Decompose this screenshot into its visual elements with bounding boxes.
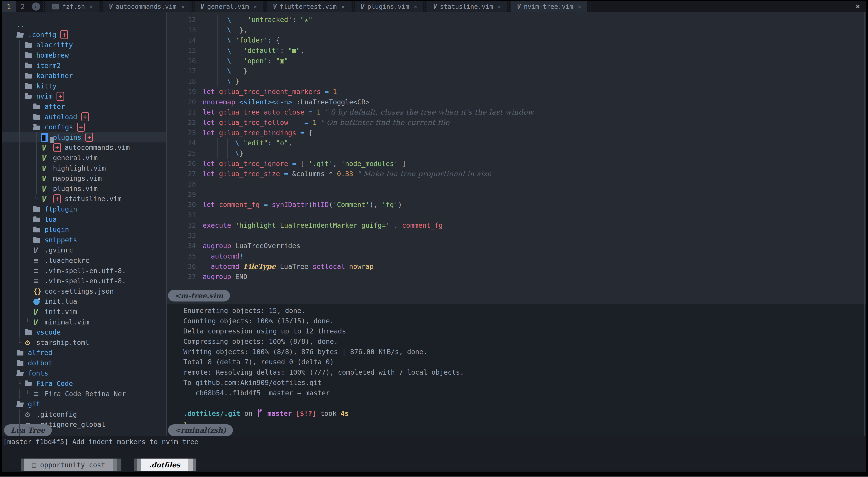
sidebar-item-init.lua[interactable]: init.lua: [2, 296, 166, 307]
close-all-icon[interactable]: ✖: [849, 1, 866, 12]
sidebar-item-configs[interactable]: configs+: [2, 122, 166, 132]
sidebar-item-statusline.vim[interactable]: +statusline.vim: [2, 194, 166, 204]
sidebar-item-highlight.vim[interactable]: highlight.vim: [2, 163, 166, 173]
code-line[interactable]: 16 \ 'open': "▣": [167, 56, 866, 66]
sidebar-item-.vim-spell-en.utf-8.[interactable]: .vim-spell-en.utf-8.: [2, 266, 166, 276]
sidebar-item-plugin[interactable]: plugin: [2, 225, 166, 235]
code-token: [215, 118, 219, 127]
code-line[interactable]: 21let g:lua_tree_auto_close = 1 " 0 by d…: [167, 107, 866, 117]
sidebar-item-mappings.vim[interactable]: mappings.vim: [2, 173, 166, 183]
code-line[interactable]: 31: [167, 210, 866, 220]
code-line[interactable]: 33: [167, 230, 866, 241]
sidebar-item-.gvimrc[interactable]: .gvimrc: [2, 245, 166, 255]
code-line[interactable]: 36 autocmd FileType LuaTree setlocal now…: [167, 262, 866, 272]
tab-nvim-tree.vim[interactable]: nvim-tree.vim×: [511, 1, 587, 12]
nav-back-icon[interactable]: [30, 1, 42, 12]
sidebar-item-.config[interactable]: .config+: [2, 30, 166, 40]
tmux-segment: [113, 458, 117, 471]
code-line[interactable]: 35 autocmd!: [167, 251, 866, 262]
code-line[interactable]: 27let g:lua_tree_size = &columns * 0.33 …: [167, 169, 866, 179]
tab-close-icon[interactable]: ×: [253, 3, 257, 10]
sidebar-item-..[interactable]: ..: [2, 19, 166, 30]
tree-indent-guide: [36, 132, 37, 194]
code-line[interactable]: 20nnoremap <silent><c-n> :LuaTreeToggle<…: [167, 97, 866, 107]
file-tree-sidebar[interactable]: ...config+alacrittyhomebrewiterm2karabin…: [2, 12, 167, 436]
sidebar-item-dotbot[interactable]: dotbot: [2, 358, 166, 368]
sidebar-item-label: general.vim: [53, 154, 98, 162]
sidebar-item-autocommands.vim[interactable]: +autocommands.vim: [2, 142, 166, 153]
code-text: augroup LuaTreeOverrides: [203, 241, 300, 251]
sidebar-item-plugins.vim[interactable]: plugins.vim: [2, 183, 166, 194]
tab-close-icon[interactable]: ×: [89, 3, 93, 10]
tab-label: fzf.sh: [62, 3, 85, 10]
code-line[interactable]: 37augroup END: [167, 272, 866, 282]
code-line[interactable]: 29: [167, 190, 866, 200]
code-line[interactable]: 18 \ }: [167, 76, 866, 87]
terminal-prompt-line: .dotfiles/.git on master [$!?] took 4s: [183, 408, 866, 419]
sidebar-item-general.vim[interactable]: general.vim: [2, 153, 166, 163]
tab-fzf.sh[interactable]: fzf.sh×: [46, 1, 99, 12]
sidebar-item-homebrew[interactable]: homebrew: [2, 50, 166, 61]
sidebar-item-ftplugin[interactable]: ftplugin: [2, 204, 166, 214]
code-line[interactable]: 12 \ 'untracked': "★": [167, 14, 866, 25]
tab-close-icon[interactable]: ×: [181, 3, 184, 10]
tab-fluttertest.vim[interactable]: fluttertest.vim×: [267, 1, 351, 12]
editor-pane[interactable]: 12 \ 'untracked': "★"13 \ },14 \ 'folder…: [167, 12, 866, 304]
code-line[interactable]: 30let comment_fg = synIDattr(hlID('Comme…: [167, 200, 866, 210]
code-token: 'folder': [235, 36, 268, 44]
code-line[interactable]: 13 \ },: [167, 25, 866, 35]
vim-file-icon: [41, 163, 51, 173]
sidebar-item-karabiner[interactable]: karabiner: [2, 71, 166, 81]
sidebar-item-lua[interactable]: lua: [2, 214, 166, 225]
tab-close-icon[interactable]: ×: [414, 3, 417, 10]
tab-statusline.vim[interactable]: statusline.vim×: [427, 1, 507, 12]
tab-close-icon[interactable]: ×: [578, 3, 581, 10]
folder-open-icon: [16, 368, 26, 378]
code-line[interactable]: 19let g:lua_tree_indent_markers = 1: [167, 87, 866, 97]
code-line[interactable]: 24 \ "edit": "o",: [167, 138, 866, 148]
sidebar-item-iterm2[interactable]: iterm2: [2, 60, 166, 71]
tmux-window-dotfiles[interactable]: .dotfiles: [141, 458, 188, 471]
sidebar-item-alacritty[interactable]: alacritty: [2, 40, 166, 50]
buffer-number-1[interactable]: 1: [2, 1, 16, 12]
tab-general.vim[interactable]: general.vim×: [194, 1, 263, 12]
code-line[interactable]: 22let g:lua_tree_follow = 1 " On bufEnte…: [167, 117, 866, 128]
terminal-pane[interactable]: Enumerating objects: 15, done.Counting o…: [167, 304, 866, 436]
sidebar-item-fonts[interactable]: fonts: [2, 368, 166, 378]
buffer-number-2[interactable]: 2: [16, 1, 30, 12]
code-line[interactable]: 28: [167, 179, 866, 190]
sidebar-item-git[interactable]: git: [2, 399, 166, 409]
code-line[interactable]: 34augroup LuaTreeOverrides: [167, 241, 866, 251]
sidebar-item-kitty[interactable]: kitty: [2, 81, 166, 91]
code-line[interactable]: 32execute 'highlight LuaTreeIndentMarker…: [167, 220, 866, 231]
tab-close-icon[interactable]: ×: [341, 3, 345, 10]
tmux-window-opportunity-cost[interactable]: □ opportunity_cost: [24, 458, 113, 471]
sidebar-item-snippets[interactable]: snippets: [2, 235, 166, 245]
sidebar-item-vscode[interactable]: vscode: [2, 327, 166, 338]
git-plus-badge: +: [53, 143, 61, 152]
sidebar-item-after[interactable]: after: [2, 101, 166, 112]
code-line[interactable]: 14 \ 'folder': {: [167, 35, 866, 45]
sidebar-item-autoload[interactable]: autoload+: [2, 112, 166, 122]
sidebar-item-fira-code[interactable]: Fira Code: [2, 378, 166, 389]
code-text: nnoremap <silent><c-n> :LuaTreeToggle<CR…: [203, 97, 370, 107]
code-line[interactable]: 25 \}: [167, 148, 866, 159]
code-token: \: [227, 16, 231, 24]
sidebar-item-init.vim[interactable]: init.vim: [2, 307, 166, 317]
tab-plugins.vim[interactable]: plugins.vim×: [355, 1, 423, 12]
sidebar-item-.gitconfig[interactable]: .gitconfig: [2, 409, 166, 420]
code-line[interactable]: 17 \ }: [167, 66, 866, 76]
line-number: 37: [167, 272, 203, 282]
tab-close-icon[interactable]: ×: [497, 3, 501, 10]
sidebar-item-.vim-spell-en.utf-8.[interactable]: .vim-spell-en.utf-8.: [2, 276, 166, 286]
sidebar-item-plugins[interactable]: plugins+: [2, 132, 166, 143]
sidebar-item-alfred[interactable]: alfred: [2, 348, 166, 358]
sidebar-item-nvim[interactable]: nvim+: [2, 91, 166, 101]
sidebar-item-coc-settings.json[interactable]: coc-settings.json: [2, 286, 166, 296]
sidebar-item-.luacheckrc[interactable]: .luacheckrc: [2, 255, 166, 266]
code-line[interactable]: 15 \ 'default': "■",: [167, 45, 866, 56]
code-line[interactable]: 26let g:lua_tree_ignore = [ '.git', 'nod…: [167, 159, 866, 169]
sidebar-item-starship.toml[interactable]: starship.toml: [2, 337, 166, 348]
code-line[interactable]: 23let g:lua_tree_bindings = {: [167, 128, 866, 138]
tab-autocommands.vim[interactable]: autocommands.vim×: [103, 1, 190, 12]
